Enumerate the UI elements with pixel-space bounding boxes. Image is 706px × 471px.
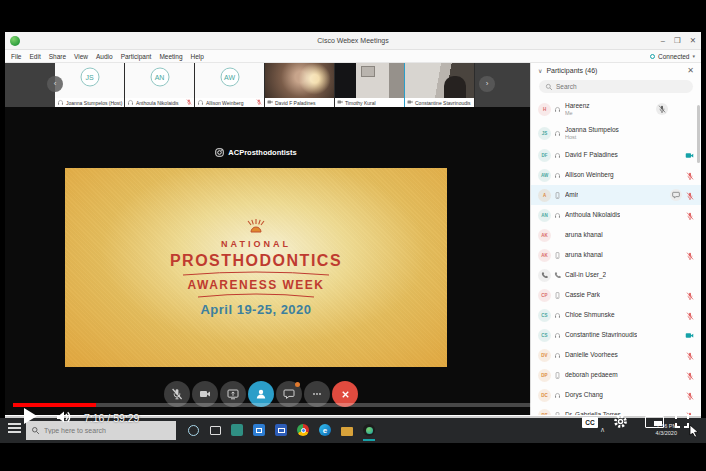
title-bar[interactable]: Cisco Webex Meetings – ❐ ✕	[5, 32, 701, 50]
muted-mic-icon	[686, 386, 694, 404]
participant-row[interactable]: ANAnthoula Nikolaidis	[531, 205, 701, 225]
start-button[interactable]	[8, 423, 21, 433]
participant-row[interactable]: AWAllison Weinberg	[531, 165, 701, 185]
close-button[interactable]: ✕	[690, 36, 696, 45]
notification-dot	[295, 382, 300, 387]
filmstrip-tile[interactable]: JSJoanna Stumpelos (Host)	[55, 63, 125, 107]
tray-clock[interactable]: 2:36 PM 4/3/2020	[641, 423, 677, 437]
participant-initials-avatar: AW	[220, 68, 239, 87]
participant-names: aruna khanal	[565, 251, 603, 258]
panel-close-icon[interactable]: ✕	[687, 66, 694, 75]
tile-name-label: Constantine Stavrinoudis	[405, 98, 474, 107]
row-indicators	[686, 306, 694, 324]
phone-icon	[554, 412, 562, 416]
participant-row[interactable]: AKaruna khanal	[531, 245, 701, 265]
share-screen-button[interactable]	[220, 381, 246, 407]
participant-row[interactable]: AKaruna khanal	[531, 225, 701, 245]
participant-row[interactable]: CPCassie Park	[531, 285, 701, 305]
phone-icon	[554, 252, 562, 259]
meeting-main-area: ‹ JSJoanna Stumpelos (Host)ANAnthoula Ni…	[5, 63, 530, 415]
collapse-caret-icon[interactable]: ∨	[538, 67, 542, 74]
participant-names: Danielle Voorhees	[565, 351, 618, 358]
menu-item-participant[interactable]: Participant	[121, 53, 152, 60]
mute-button[interactable]	[164, 381, 190, 407]
menu-item-share[interactable]: Share	[49, 53, 66, 60]
participant-row[interactable]: DTDr. Gabriella Torres	[531, 405, 701, 415]
camera-button[interactable]	[192, 381, 218, 407]
participant-name: aruna khanal	[565, 251, 603, 258]
chat-icon[interactable]	[670, 189, 682, 201]
chat-button[interactable]	[276, 381, 302, 407]
participant-initials-avatar: AN	[150, 68, 169, 87]
mute-button[interactable]	[656, 103, 668, 115]
panel-scrollbar[interactable]	[697, 105, 700, 163]
restore-button[interactable]: ❐	[674, 36, 681, 45]
row-indicators	[656, 103, 694, 115]
shared-screen-stage: ACProsthodontists NATIONAL PROSTHODONTIC…	[5, 107, 530, 415]
connection-status[interactable]: Connected ▾	[650, 53, 695, 60]
windows-taskbar: e ∧ 2:36 PM 4/3/2020	[0, 418, 706, 443]
menu-item-audio[interactable]: Audio	[96, 53, 113, 60]
participant-row[interactable]: JSJoanna StumpelosHost	[531, 121, 701, 145]
slide-line-national: NATIONAL	[221, 239, 291, 249]
filmstrip-tile[interactable]: David F Paladines	[265, 63, 335, 107]
avatar: CS	[538, 329, 551, 342]
taskbar-search-input[interactable]	[44, 427, 164, 434]
participant-row[interactable]: CSChloe Shmunske	[531, 305, 701, 325]
tile-name-label: Timothy Kural	[335, 98, 404, 107]
taskbar-app-task-view-icon[interactable]	[208, 423, 222, 437]
row-indicators	[685, 326, 694, 344]
participant-name: Chloe Shmunske	[565, 311, 615, 318]
menu-item-view[interactable]: View	[74, 53, 88, 60]
filmstrip-tile[interactable]: AWAllison Weinberg	[195, 63, 265, 107]
window-title: Cisco Webex Meetings	[5, 37, 701, 44]
participant-video-feed	[405, 63, 474, 98]
audio-icon	[57, 99, 64, 107]
camera-icon	[267, 99, 273, 106]
menu-item-file[interactable]: File	[11, 53, 21, 60]
tile-participant-name: Anthoula Nikolaidis	[136, 100, 179, 106]
taskbar-app-store-icon[interactable]	[252, 423, 266, 437]
participant-row[interactable]: AAmir	[531, 185, 701, 205]
taskbar-app-folder-icon[interactable]	[340, 423, 354, 437]
participant-row[interactable]: DCDorys Chang	[531, 385, 701, 405]
avatar: DC	[538, 389, 551, 402]
menu-item-edit[interactable]: Edit	[29, 53, 40, 60]
tray-show-hidden-icons[interactable]: ∧	[600, 426, 605, 434]
participant-row[interactable]: DVDanielle Voorhees	[531, 345, 701, 365]
filmstrip-tile[interactable]: Timothy Kural	[335, 63, 405, 107]
row-indicators	[685, 146, 694, 164]
minimize-button[interactable]: –	[661, 36, 665, 45]
taskbar-app-cortana-icon[interactable]	[186, 423, 200, 437]
filmstrip-tile[interactable]: Constantine Stavrinoudis	[405, 63, 475, 107]
muted-mic-icon	[686, 306, 694, 324]
participant-row[interactable]: HHareenzMe	[531, 97, 701, 121]
muted-mic-icon	[686, 366, 694, 384]
avatar: DF	[538, 149, 551, 162]
row-indicators	[670, 186, 694, 204]
taskbar-app-photos-icon[interactable]	[230, 423, 244, 437]
menu-item-help[interactable]: Help	[191, 53, 204, 60]
participants-button[interactable]	[248, 381, 274, 407]
participant-row[interactable]: CSConstantine Stavrinoudis	[531, 325, 701, 345]
filmstrip-tile[interactable]: ANAnthoula Nikolaidis	[125, 63, 195, 107]
instagram-handle: ACProsthodontists	[228, 148, 296, 157]
participant-row[interactable]: DFDavid F Paladines	[531, 145, 701, 165]
leave-meeting-button[interactable]	[332, 381, 358, 407]
avatar: AW	[538, 169, 551, 182]
taskbar-app-chrome-icon[interactable]	[296, 423, 310, 437]
search-input[interactable]	[556, 83, 656, 90]
scroll-right-button[interactable]: ›	[479, 76, 495, 92]
participant-row[interactable]: DPdeborah pedaeem	[531, 365, 701, 385]
taskbar-search[interactable]	[26, 421, 176, 440]
participant-row[interactable]: Call-in User_2	[531, 265, 701, 285]
taskbar-app-edge-icon[interactable]: e	[318, 423, 332, 437]
participants-panel-header: ∨ Participants (46) ✕	[531, 63, 701, 78]
menu-item-meeting[interactable]: Meeting	[159, 53, 182, 60]
more-options-button[interactable]	[304, 381, 330, 407]
sun-icon	[243, 218, 269, 233]
taskbar-app-mail-icon[interactable]	[274, 423, 288, 437]
scroll-left-button[interactable]: ‹	[47, 76, 63, 92]
taskbar-app-webex-icon[interactable]	[362, 423, 376, 437]
participants-search[interactable]	[539, 80, 693, 93]
